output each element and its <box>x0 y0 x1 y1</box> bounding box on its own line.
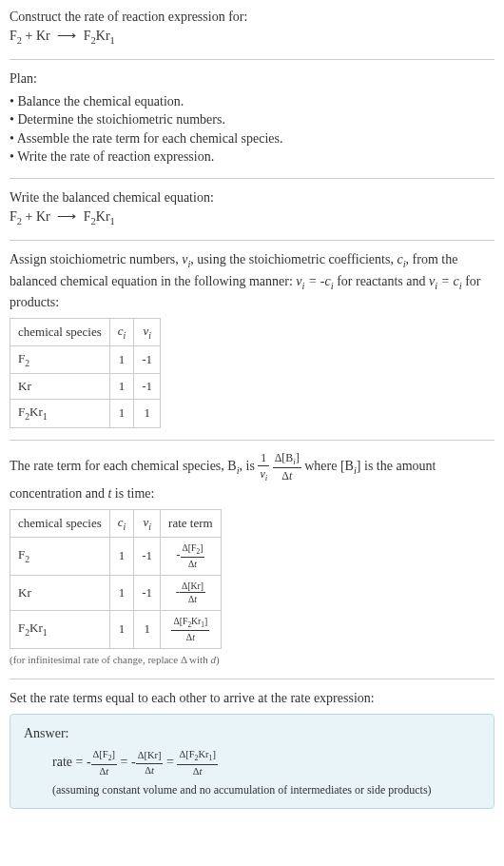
col-species: chemical species <box>10 318 110 345</box>
divider <box>10 679 494 679</box>
relation: νi = -ci <box>296 274 333 288</box>
table-row: Kr 1 -1 <box>10 374 161 400</box>
cell-ci: 1 <box>109 537 134 575</box>
frac-1-nu: 1νi <box>258 450 269 485</box>
rate-frac: Δ[F2Kr1]Δt <box>171 615 209 644</box>
cell-vi: 1 <box>134 400 161 427</box>
stoich-intro: Assign stoichiometric numbers, νi, using… <box>10 250 494 312</box>
text: , using the stoichiometric coefficients, <box>190 252 397 266</box>
table-row: F2 1 -1 <box>10 345 161 373</box>
num: Δ[Kr] <box>180 580 205 594</box>
balanced-equation: F2 + Kr ⟶ F2Kr1 <box>10 207 494 228</box>
plan-item: • Write the rate of reaction expression. <box>10 148 494 167</box>
text: Assign stoichiometric numbers, <box>10 252 182 266</box>
cell-species: Kr <box>10 575 110 610</box>
table-row: Kr 1 -1 -Δ[Kr]Δt <box>10 575 222 610</box>
divider <box>10 240 494 241</box>
cell-ci: 1 <box>109 400 134 427</box>
col-species: chemical species <box>10 509 110 537</box>
col-vi: νi <box>134 318 161 345</box>
table-row: F2Kr1 1 1 Δ[F2Kr1]Δt <box>10 611 222 649</box>
cell-ci: 1 <box>109 345 134 373</box>
divider <box>10 440 494 441</box>
table-row: F2Kr1 1 1 <box>10 400 161 427</box>
cell-vi: 1 <box>134 611 161 649</box>
text: , is <box>240 459 259 473</box>
num: Δ[Kr] <box>136 749 164 764</box>
cell-ci: 1 <box>109 374 134 400</box>
stoich-section: Assign stoichiometric numbers, νi, using… <box>10 250 494 427</box>
cell-species: Kr <box>10 374 110 400</box>
divider <box>10 59 494 60</box>
table-header-row: chemical species ci νi <box>10 318 161 345</box>
rate-frac: Δ[Kr]Δt <box>180 580 205 606</box>
plan-list: • Balance the chemical equation. • Deter… <box>10 92 494 167</box>
answer-box: Answer: rate = -Δ[F2]Δt = -Δ[Kr]Δt = Δ[F… <box>10 714 494 809</box>
equals: = <box>166 756 177 770</box>
plan-item: • Assemble the rate term for each chemic… <box>10 129 494 148</box>
col-ci: ci <box>109 509 134 537</box>
rate-frac: Δ[F2]Δt <box>91 748 118 778</box>
table-row: F2 1 -1 -Δ[F2]Δt <box>10 537 222 575</box>
cell-rate: -Δ[Kr]Δt <box>161 575 222 610</box>
balanced-section: Write the balanced chemical equation: F2… <box>10 188 494 228</box>
plan-item: • Balance the chemical equation. <box>10 92 494 111</box>
cell-vi: -1 <box>134 575 161 610</box>
rate-frac: Δ[F2Kr1]Δt <box>177 748 218 778</box>
rate-prefix: rate = <box>52 756 87 770</box>
text: for reactants and <box>334 274 429 288</box>
col-vi: νi <box>134 509 161 537</box>
rateterm-note: (for infinitesimal rate of change, repla… <box>10 653 494 667</box>
cell-ci: 1 <box>109 611 134 649</box>
frac-dbi-dt: Δ[Bi]Δt <box>273 450 301 485</box>
cell-vi: -1 <box>134 374 161 400</box>
nu-i: νi <box>182 252 190 266</box>
relation: νi = ci <box>429 274 462 288</box>
cell-rate: -Δ[F2]Δt <box>161 537 222 575</box>
intro-section: Construct the rate of reaction expressio… <box>10 8 494 48</box>
cell-rate: Δ[F2Kr1]Δt <box>161 611 222 649</box>
rate-expression: rate = -Δ[F2]Δt = -Δ[Kr]Δt = Δ[F2Kr1]Δt <box>24 748 480 778</box>
table-header-row: chemical species ci νi rate term <box>10 509 222 537</box>
equals: = <box>121 756 131 770</box>
cell-species: F2 <box>10 345 110 373</box>
final-section: Set the rate terms equal to each other t… <box>10 689 494 809</box>
cell-vi: -1 <box>134 345 161 373</box>
rate-frac: Δ[Kr]Δt <box>136 749 164 777</box>
text: is time: <box>111 486 154 501</box>
intro-title: Construct the rate of reaction expressio… <box>10 8 494 27</box>
cell-vi: -1 <box>134 537 161 575</box>
balanced-title: Write the balanced chemical equation: <box>10 188 494 207</box>
answer-label: Answer: <box>24 724 480 743</box>
cell-species: F2Kr1 <box>10 611 110 649</box>
cell-species: F2Kr1 <box>10 400 110 427</box>
plan-section: Plan: • Balance the chemical equation. •… <box>10 69 494 167</box>
rateterm-intro: The rate term for each chemical species,… <box>10 450 494 503</box>
rate-frac: Δ[F2]Δt <box>181 541 205 571</box>
bi: Bi <box>227 459 239 473</box>
final-title: Set the rate terms equal to each other t… <box>10 689 494 708</box>
col-ci: ci <box>109 318 134 345</box>
divider <box>10 178 494 179</box>
text: The rate term for each chemical species, <box>10 459 227 473</box>
rateterm-section: The rate term for each chemical species,… <box>10 450 494 668</box>
cell-species: F2 <box>10 537 110 575</box>
plan-title: Plan: <box>10 69 494 89</box>
assumption-note: (assuming constant volume and no accumul… <box>24 782 480 798</box>
rateterm-table: chemical species ci νi rate term F2 1 -1… <box>10 509 222 649</box>
text: where <box>304 459 340 473</box>
col-rate: rate term <box>161 509 222 537</box>
plan-item: • Determine the stoichiometric numbers. <box>10 110 494 129</box>
intro-equation: F2 + Kr ⟶ F2Kr1 <box>10 27 494 48</box>
bi-bracket: [Bi] <box>340 459 361 473</box>
stoich-table: chemical species ci νi F2 1 -1 Kr 1 -1 F… <box>10 318 161 428</box>
cell-ci: 1 <box>109 575 134 610</box>
c-i: ci <box>397 252 405 266</box>
